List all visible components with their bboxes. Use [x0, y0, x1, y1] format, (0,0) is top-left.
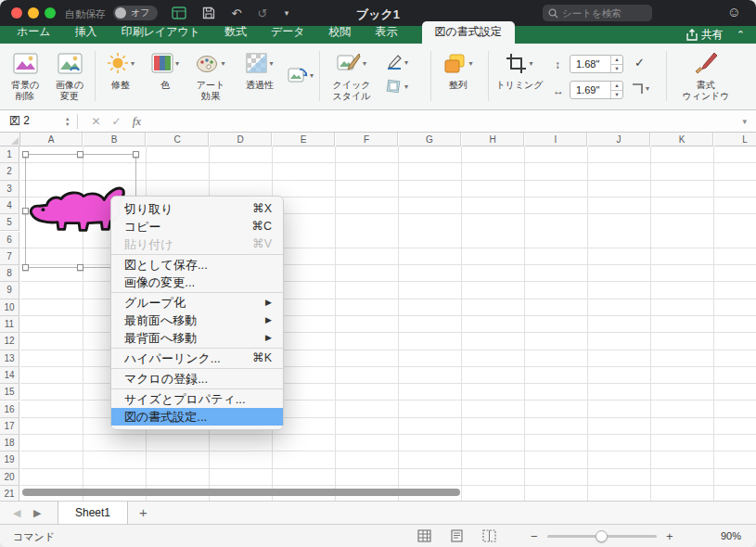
page-layout-view-icon[interactable]: [450, 529, 464, 542]
next-sheet-button[interactable]: ▶: [33, 507, 41, 519]
resize-handle-sw[interactable]: [22, 264, 29, 271]
stepper-down-icon[interactable]: ▼: [65, 121, 70, 127]
redo-button[interactable]: ↺: [252, 5, 273, 21]
zoom-in-button[interactable]: +: [666, 529, 673, 543]
column-header[interactable]: D: [210, 133, 272, 146]
column-header[interactable]: B: [83, 133, 146, 146]
menu-item-size-and-properties[interactable]: サイズとプロパティ...: [111, 390, 283, 408]
tab-review[interactable]: 校閲: [329, 24, 352, 44]
cancel-entry-button[interactable]: ✕: [85, 115, 106, 128]
tab-home[interactable]: ホーム: [17, 24, 51, 44]
zoom-out-button[interactable]: −: [531, 529, 538, 543]
search-input[interactable]: [562, 7, 642, 19]
horizontal-scrollbar-thumb[interactable]: [22, 489, 460, 496]
row-header[interactable]: 5: [0, 214, 19, 231]
menu-item-send-to-back[interactable]: 最背面へ移動 ▶: [111, 329, 283, 347]
column-header[interactable]: I: [525, 133, 587, 146]
undo-button[interactable]: ↶: [226, 5, 247, 21]
menu-item-assign-macro[interactable]: マクロの登録...: [111, 370, 283, 388]
row-header[interactable]: 3: [0, 181, 19, 197]
column-header[interactable]: G: [399, 133, 461, 146]
change-picture-button[interactable]: 画像の 変更: [48, 48, 91, 101]
menu-item-hyperlink[interactable]: ハイパーリンク... ⌘K: [111, 350, 283, 367]
row-header[interactable]: 6: [0, 232, 19, 248]
resize-handle-n[interactable]: [77, 151, 83, 158]
row-header[interactable]: 10: [0, 299, 19, 316]
shape-width-field[interactable]: ▲ ▼: [570, 81, 623, 99]
page-break-view-icon[interactable]: [482, 529, 496, 542]
row-header[interactable]: 11: [0, 316, 19, 333]
name-box[interactable]: 図 2: [0, 113, 58, 129]
shape-height-field[interactable]: ▲ ▼: [570, 55, 623, 73]
insert-function-button[interactable]: fx: [126, 114, 147, 129]
crop-button[interactable]: ▾ トリミング: [493, 48, 545, 91]
row-header[interactable]: 18: [0, 435, 19, 452]
row-header[interactable]: 17: [0, 418, 19, 435]
row-header[interactable]: 20: [0, 469, 19, 486]
column-header[interactable]: J: [588, 133, 650, 146]
row-header[interactable]: 2: [0, 163, 19, 180]
menu-item-save-as-picture[interactable]: 図として保存...: [111, 256, 283, 274]
row-header[interactable]: 4: [0, 197, 19, 214]
corrections-button[interactable]: ▾ 修整: [98, 48, 143, 91]
shape-height-input[interactable]: [570, 56, 610, 72]
fullscreen-button[interactable]: [45, 7, 56, 19]
column-header[interactable]: E: [273, 133, 335, 146]
column-header[interactable]: C: [147, 133, 209, 146]
zoom-percentage[interactable]: 90%: [721, 530, 741, 541]
menu-item-cut[interactable]: 切り取り ⌘X: [111, 200, 283, 218]
resize-handle-nw[interactable]: [22, 151, 29, 158]
row-header[interactable]: 8: [0, 265, 19, 282]
stepper-up-icon[interactable]: ▲: [611, 82, 622, 91]
color-button[interactable]: ▾ 色: [147, 48, 184, 91]
transparency-button[interactable]: ▾ 透過性: [237, 48, 282, 91]
share-button[interactable]: 共有: [686, 27, 724, 43]
shape-width-input[interactable]: [570, 82, 610, 98]
reset-picture-button[interactable]: ▾: [288, 66, 314, 84]
column-header[interactable]: A: [20, 133, 83, 146]
column-header[interactable]: H: [462, 133, 524, 146]
picture-effects-button[interactable]: ▾: [386, 79, 408, 94]
add-sheet-button[interactable]: +: [139, 504, 147, 520]
close-button[interactable]: [11, 7, 22, 19]
row-header[interactable]: 13: [0, 350, 19, 367]
column-header[interactable]: K: [651, 133, 713, 146]
row-header[interactable]: 15: [0, 384, 19, 401]
row-header[interactable]: 16: [0, 401, 19, 418]
lock-aspect-checkbox[interactable]: ✓: [634, 56, 645, 70]
artistic-effects-button[interactable]: ▾ アート 効果: [187, 48, 234, 101]
zoom-slider-track[interactable]: [547, 535, 657, 538]
menu-item-bring-to-front[interactable]: 最前面へ移動 ▶: [111, 312, 283, 329]
select-all-corner[interactable]: [0, 133, 20, 146]
prev-sheet-button[interactable]: ◀: [13, 507, 20, 519]
tab-insert[interactable]: 挿入: [75, 24, 97, 44]
name-box-stepper[interactable]: ▲ ▼: [65, 116, 70, 127]
tab-formulas[interactable]: 数式: [224, 24, 247, 44]
row-header[interactable]: 19: [0, 452, 19, 468]
resize-handle-w[interactable]: [22, 208, 29, 214]
sheet-tab-sheet1[interactable]: Sheet1: [58, 502, 128, 525]
autosave-toggle[interactable]: オフ: [113, 6, 158, 20]
zoom-slider-thumb[interactable]: [596, 530, 608, 542]
stepper-down-icon[interactable]: ▼: [611, 91, 622, 99]
tab-view[interactable]: 表示: [376, 24, 398, 44]
remove-background-button[interactable]: 背景の 削除: [4, 48, 46, 101]
resize-handle-s[interactable]: [77, 264, 83, 271]
arrange-button[interactable]: ▾ 整列: [436, 48, 481, 91]
width-stepper[interactable]: ▲ ▼: [610, 82, 622, 98]
tab-picture-format[interactable]: 図の書式設定: [422, 21, 515, 44]
collapse-ribbon-chevron-icon[interactable]: ⌃: [737, 29, 745, 41]
resize-handle-ne[interactable]: [133, 151, 139, 158]
column-header[interactable]: L: [714, 133, 756, 146]
stepper-down-icon[interactable]: ▼: [611, 65, 622, 73]
quick-access-menu-button[interactable]: ▾: [276, 5, 297, 21]
row-header[interactable]: 12: [0, 333, 19, 350]
more-size-options-button[interactable]: ▾: [631, 83, 649, 95]
menu-item-format-picture[interactable]: 図の書式設定...: [111, 408, 283, 426]
expand-formula-bar-caret-icon[interactable]: ▾: [742, 117, 756, 126]
save-button[interactable]: [199, 5, 219, 21]
tab-page-layout[interactable]: 印刷レイアウト: [122, 24, 200, 44]
row-header[interactable]: 7: [0, 248, 19, 265]
row-header[interactable]: 21: [0, 486, 19, 501]
normal-view-icon[interactable]: [417, 529, 431, 542]
